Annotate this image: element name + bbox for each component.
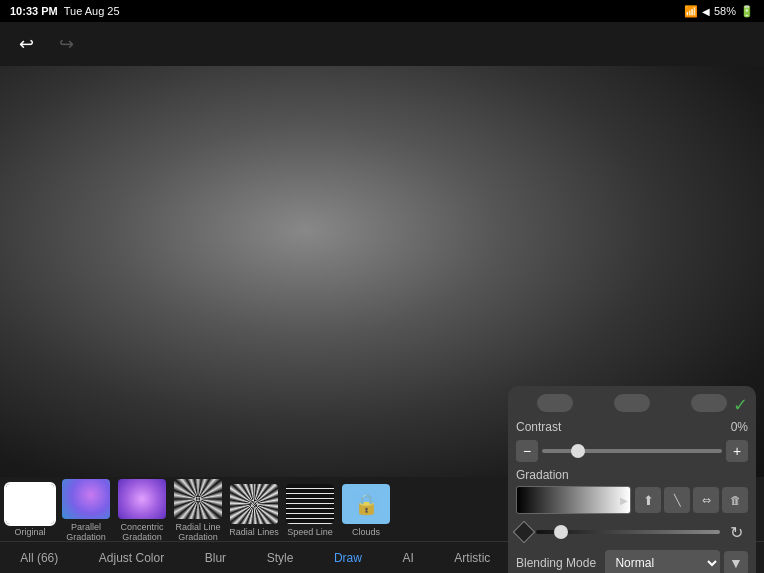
- undo-button[interactable]: ↩: [10, 28, 42, 60]
- filter-radiallines-label: Radial Lines: [229, 527, 279, 537]
- panel-dot-1: [537, 394, 573, 412]
- clouds-preview: 🔒: [342, 484, 390, 524]
- filter-parallel-label: Parallel Gradation: [66, 522, 106, 542]
- status-right: 📶 ◀ 58% 🔋: [684, 5, 754, 18]
- filter-radial-lines[interactable]: Radial Lines: [228, 482, 280, 537]
- adjustment-panel: ✓ Contrast 0% − + Gradation ▶: [508, 386, 756, 573]
- gradation-label: Gradation: [516, 468, 748, 482]
- filter-concentric-thumb: [116, 477, 168, 521]
- status-time: 10:33 PM: [10, 5, 58, 17]
- blending-mode-row: Blending Mode Normal Multiply Screen Ove…: [516, 550, 748, 573]
- concentric-preview: [118, 479, 166, 519]
- filter-radial-thumb: [172, 477, 224, 521]
- contrast-plus-button[interactable]: +: [726, 440, 748, 462]
- gradation-preview-arrow: ▶: [620, 495, 628, 506]
- lock-icon: 🔒: [354, 492, 379, 516]
- contrast-value: 0%: [731, 420, 748, 434]
- gradation-icon-group: ⬆ ╲ ⇔ 🗑: [635, 487, 748, 513]
- panel-collapse-button[interactable]: ▼: [724, 551, 748, 573]
- refresh-button[interactable]: ↻: [724, 520, 748, 544]
- filter-parallel-thumb: [60, 477, 112, 521]
- gradation-edit-button[interactable]: ╲: [664, 487, 690, 513]
- contrast-slider-row: − +: [516, 440, 748, 462]
- tab-blur[interactable]: Blur: [197, 547, 234, 569]
- confirm-button[interactable]: ✓: [733, 394, 748, 416]
- filter-concentric-gradation[interactable]: Concentric Gradation: [116, 477, 168, 541]
- speedline-preview: [286, 484, 334, 524]
- filter-clouds[interactable]: 🔒 Clouds: [340, 482, 392, 537]
- status-bar: 10:33 PM Tue Aug 25 📶 ◀ 58% 🔋: [0, 0, 764, 22]
- contrast-slider-track[interactable]: [542, 449, 722, 453]
- contrast-label: Contrast: [516, 420, 727, 434]
- filter-clouds-thumb: 🔒: [340, 482, 392, 526]
- filter-radial-label: Radial Line Gradation: [175, 522, 220, 542]
- filter-concentric-label: Concentric Gradation: [120, 522, 163, 542]
- tab-ai[interactable]: AI: [394, 547, 421, 569]
- filter-speedline-label: Speed Line: [287, 527, 333, 537]
- gradation-row: ▶ ⬆ ╲ ⇔ 🗑: [516, 486, 748, 514]
- filter-original[interactable]: Original: [4, 482, 56, 537]
- panel-top-controls: [516, 394, 748, 412]
- blending-mode-select[interactable]: Normal Multiply Screen Overlay: [605, 550, 720, 573]
- diamond-slider-thumb[interactable]: [554, 525, 568, 539]
- filter-speedline-thumb: [284, 482, 336, 526]
- original-preview: [6, 484, 54, 524]
- parallel-preview: [62, 479, 110, 519]
- gradation-upload-button[interactable]: ⬆: [635, 487, 661, 513]
- toolbar: ↩ ↪: [0, 22, 764, 66]
- filter-radial-line-gradation[interactable]: Radial Line Gradation: [172, 477, 224, 541]
- diamond-slider-track[interactable]: [536, 530, 720, 534]
- gradation-flip-button[interactable]: ⇔: [693, 487, 719, 513]
- filter-original-label: Original: [14, 527, 45, 537]
- filter-parallel-gradation[interactable]: Parallel Gradation: [60, 477, 112, 541]
- wifi-icon: 📶: [684, 5, 698, 18]
- diamond-slider-row: ↻: [516, 520, 748, 544]
- filter-clouds-label: Clouds: [352, 527, 380, 537]
- contrast-minus-button[interactable]: −: [516, 440, 538, 462]
- panel-dot-3: [691, 394, 727, 412]
- tab-adjust-color[interactable]: Adjust Color: [91, 547, 172, 569]
- speedlines-pattern: [286, 484, 334, 524]
- gradation-preview[interactable]: ▶: [516, 486, 631, 514]
- tab-draw[interactable]: Draw: [326, 547, 370, 569]
- tab-artistic[interactable]: Artistic: [446, 547, 498, 569]
- panel-dot-2: [614, 394, 650, 412]
- gradation-delete-button[interactable]: 🗑: [722, 487, 748, 513]
- filter-original-thumb: [4, 482, 56, 526]
- tab-all[interactable]: All (66): [12, 547, 66, 569]
- status-left: 10:33 PM Tue Aug 25: [10, 5, 120, 17]
- contrast-row: Contrast 0%: [516, 420, 748, 434]
- tab-style[interactable]: Style: [259, 547, 302, 569]
- status-date: Tue Aug 25: [64, 5, 120, 17]
- blending-mode-label: Blending Mode: [516, 556, 601, 570]
- diamond-icon: [513, 521, 536, 544]
- redo-button[interactable]: ↪: [50, 28, 82, 60]
- battery-icon: 🔋: [740, 5, 754, 18]
- battery-text: 58%: [714, 5, 736, 17]
- canvas-area: ✓ Contrast 0% − + Gradation ▶: [0, 66, 764, 477]
- signal-icon: ◀: [702, 6, 710, 17]
- contrast-slider-thumb[interactable]: [571, 444, 585, 458]
- filter-radiallines-thumb: [228, 482, 280, 526]
- filter-speed-line[interactable]: Speed Line: [284, 482, 336, 537]
